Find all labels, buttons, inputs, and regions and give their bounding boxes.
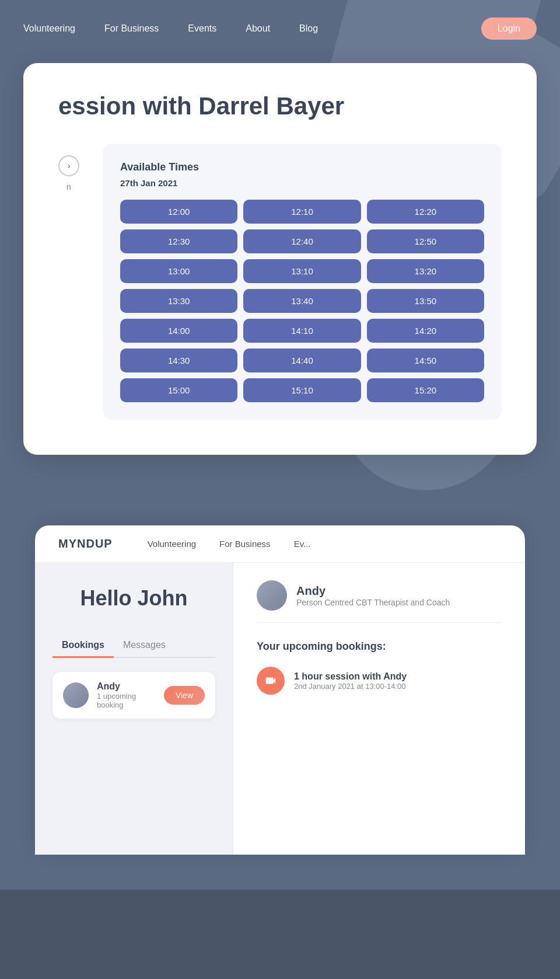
session-details: 1 hour session with Andy 2nd January 202… [294,671,407,691]
time-slot-1500[interactable]: 15:00 [120,378,237,402]
nav-blog[interactable]: Blog [299,23,318,34]
time-slot-1220[interactable]: 12:20 [367,200,484,224]
bottom-navbar: MYNDUP Volunteering For Business Ev... [35,525,525,563]
view-booking-button[interactable]: View [164,686,205,705]
time-slot-1230[interactable]: 12:30 [120,229,237,253]
time-slot-1440[interactable]: 14:40 [243,349,360,372]
time-slot-1250[interactable]: 12:50 [367,229,484,253]
times-heading: Available Times [120,161,484,173]
left-label: n [66,182,71,191]
time-slot-1430[interactable]: 14:30 [120,349,237,372]
time-slot-1330[interactable]: 13:30 [120,289,237,313]
login-button[interactable]: Login [481,18,537,40]
prev-arrow[interactable]: › [58,155,79,176]
time-slot-1240[interactable]: 12:40 [243,229,360,253]
time-grid: 12:0012:1012:2012:3012:4012:5013:0013:10… [120,200,484,402]
time-slot-1410[interactable]: 14:10 [243,319,360,343]
tab-bar: Bookings Messages [52,634,215,658]
booking-info: Andy 1 upcoming booking [97,681,156,709]
therapist-info: Andy Person Centred CBT Therapist and Co… [296,584,450,607]
bottom-nav-volunteering[interactable]: Volunteering [148,539,196,549]
left-panel: › n [58,144,79,420]
time-slot-1420[interactable]: 14:20 [367,319,484,343]
top-section: Volunteering For Business Events About B… [0,0,560,525]
time-slot-1210[interactable]: 12:10 [243,200,360,224]
nav-about[interactable]: About [246,23,270,34]
nav-for-business[interactable]: For Business [104,23,159,34]
bottom-section: MYNDUP Volunteering For Business Ev... H… [0,525,560,890]
top-navbar: Volunteering For Business Events About B… [0,0,560,57]
session-card: ession with Darrel Bayer › n Available T… [23,63,537,455]
time-slot-1320[interactable]: 13:20 [367,259,484,283]
time-slot-1520[interactable]: 15:20 [367,378,484,402]
nav-volunteering[interactable]: Volunteering [23,23,75,34]
time-slot-1340[interactable]: 13:40 [243,289,360,313]
times-date: 27th Jan 2021 [120,178,484,188]
time-slot-1300[interactable]: 13:00 [120,259,237,283]
nav-events[interactable]: Events [188,23,216,34]
bottom-nav-events[interactable]: Ev... [294,539,311,549]
session-name: 1 hour session with Andy [294,671,407,682]
time-slot-1310[interactable]: 13:10 [243,259,360,283]
upcoming-item: 1 hour session with Andy 2nd January 202… [257,667,502,695]
upcoming-title: Your upcoming bookings: [257,640,502,653]
booking-sub: 1 upcoming booking [97,692,156,709]
avatar-image [63,682,89,708]
time-slot-1450[interactable]: 14:50 [367,349,484,372]
session-title: ession with Darrel Bayer [58,92,502,120]
therapist-avatar [257,580,287,611]
time-slot-1350[interactable]: 13:50 [367,289,484,313]
booking-card: Andy 1 upcoming booking View [52,672,215,719]
bottom-nav-for-business[interactable]: For Business [219,539,271,549]
brand-logo: MYNDUP [58,537,113,551]
dashboard-content: Hello John Bookings Messages Andy 1 upco… [35,563,525,855]
hello-title: Hello John [52,586,215,611]
booking-name: Andy [97,681,156,692]
time-slot-1510[interactable]: 15:10 [243,378,360,402]
card-content: › n Available Times 27th Jan 2021 12:001… [58,144,502,420]
booking-avatar [63,682,89,708]
times-panel: Available Times 27th Jan 2021 12:0012:10… [103,144,502,420]
tab-messages[interactable]: Messages [114,634,175,658]
tab-bookings[interactable]: Bookings [52,634,114,658]
upcoming-panel: Andy Person Centred CBT Therapist and Co… [233,563,525,855]
therapist-header: Andy Person Centred CBT Therapist and Co… [257,580,502,623]
session-time: 2nd January 2021 at 13:00-14:00 [294,682,407,691]
therapist-name: Andy [296,584,450,598]
therapist-title: Person Centred CBT Therapist and Coach [296,598,450,607]
video-icon [264,674,277,687]
bottom-card: MYNDUP Volunteering For Business Ev... H… [35,525,525,855]
video-icon-wrap [257,667,285,695]
user-panel: Hello John Bookings Messages Andy 1 upco… [35,563,233,855]
time-slot-1200[interactable]: 12:00 [120,200,237,224]
time-slot-1400[interactable]: 14:00 [120,319,237,343]
